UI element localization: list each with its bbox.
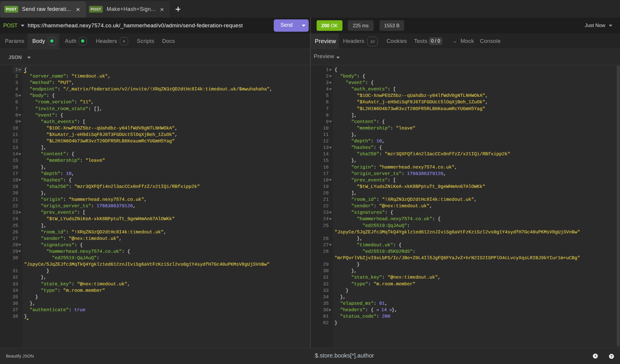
svg-text:?: ? [610,355,612,358]
